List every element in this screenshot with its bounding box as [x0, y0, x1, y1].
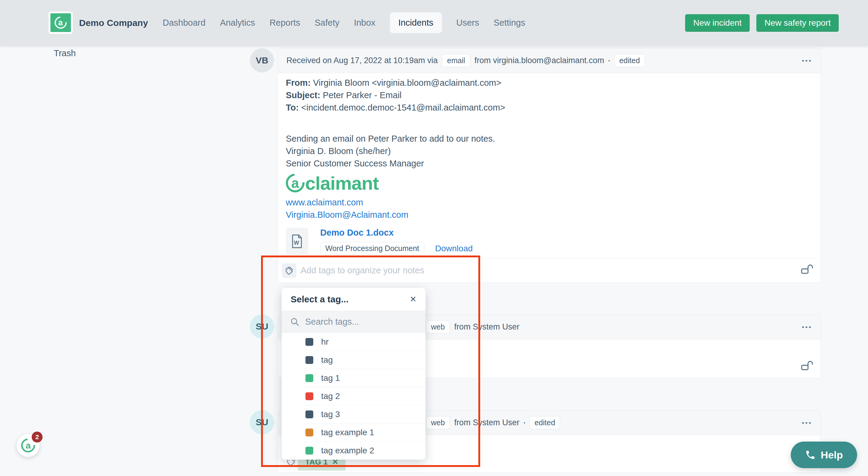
note-from-text: from virginia.bloom@aclaimant.com: [474, 56, 604, 65]
unlock-icon[interactable]: [801, 360, 813, 373]
note-tags-footer: [278, 258, 820, 283]
tag-color-swatch: [305, 374, 313, 382]
email-subject-value: Peter Parker - Email: [322, 90, 401, 100]
note-menu-icon[interactable]: •••: [802, 324, 812, 331]
attachment-download-link[interactable]: Download: [435, 244, 473, 254]
tag-option-tag[interactable]: tag: [282, 351, 426, 369]
attachment-type-badge: Word Processing Document: [320, 242, 424, 255]
attachment-name-link[interactable]: Demo Doc 1.docx: [320, 228, 473, 238]
tag-option-label: tag example 2: [321, 446, 374, 455]
note-received-text: Received on Aug 17, 2022 at 10:19am via: [286, 56, 438, 65]
tag-color-swatch: [305, 356, 313, 364]
signature-logo: a claimant: [286, 170, 809, 196]
notification-count-badge: 2: [32, 432, 42, 443]
avatar-su: SU: [250, 315, 274, 338]
tag-option-tag-example-1[interactable]: tag example 1: [282, 423, 426, 442]
close-icon[interactable]: ✕: [409, 295, 416, 304]
tag-icon: [282, 263, 297, 278]
avatar-vb: VB: [250, 48, 274, 72]
email-to-value: <incident.democ.democ-1541@mail.aclaiman…: [301, 103, 505, 112]
email-body-line: Sending an email on Peter Parker to add …: [286, 132, 809, 145]
nav-menu: Dashboard Analytics Reports Safety Inbox…: [163, 0, 525, 46]
email-subject-line: Subject: Peter Parker - Email: [286, 89, 809, 101]
help-button-label: Help: [820, 449, 843, 461]
tag-option-tag-example-2[interactable]: tag example 2: [282, 442, 426, 460]
nav-item-users[interactable]: Users: [456, 18, 479, 28]
tag-color-swatch: [305, 338, 313, 346]
tag-color-swatch: [305, 428, 313, 437]
note-header: Received on Aug 17, 2022 at 10:19am via …: [278, 48, 820, 73]
aclaimant-logo-icon: a: [51, 13, 71, 32]
new-incident-button[interactable]: New incident: [685, 14, 750, 32]
nav-item-safety[interactable]: Safety: [314, 18, 339, 28]
email-body-line: Virginia D. Bloom (she/her): [286, 145, 809, 157]
nav-item-analytics[interactable]: Analytics: [220, 18, 255, 28]
email-body: From: Virginia Bloom <virginia.bloom@acl…: [278, 73, 820, 255]
app-logo[interactable]: a: [49, 11, 73, 34]
company-name[interactable]: Demo Company: [79, 0, 148, 46]
top-nav: a Demo Company Dashboard Analytics Repor…: [0, 0, 868, 46]
tag-option-label: tag example 1: [321, 428, 374, 437]
email-subject-label: Subject:: [286, 90, 320, 100]
tag-option-label: hr: [321, 337, 329, 347]
unlock-icon[interactable]: [801, 263, 813, 277]
dropdown-title: Select a tag...: [291, 294, 409, 304]
tag-select-dropdown: Select a tag... ✕ hr tag tag 1 tag 2: [282, 288, 426, 460]
help-button[interactable]: Help: [791, 442, 857, 468]
notification-bubble[interactable]: a 2: [17, 434, 39, 457]
tag-color-swatch: [305, 447, 313, 454]
note-card-email: Received on Aug 17, 2022 at 10:19am via …: [278, 48, 821, 283]
email-body-line: Senior Customer Success Manager: [286, 157, 809, 170]
note-menu-icon[interactable]: •••: [802, 419, 812, 426]
tag-option-label: tag 1: [321, 373, 340, 383]
attachment: W Demo Doc 1.docx Word Processing Docume…: [286, 228, 809, 255]
nav-item-settings[interactable]: Settings: [493, 18, 525, 28]
tag-option-tag-2[interactable]: tag 2: [282, 387, 426, 405]
search-icon: [290, 317, 300, 327]
email-to-line: To: <incident.democ.democ-1541@mail.acla…: [286, 101, 809, 114]
nav-item-incidents[interactable]: Incidents: [390, 12, 442, 33]
edited-badge: edited: [614, 54, 645, 67]
email-from-line: From: Virginia Bloom <virginia.bloom@acl…: [286, 77, 809, 89]
email-to-label: To:: [286, 103, 299, 112]
avatar-su: SU: [250, 410, 274, 434]
tag-search-input[interactable]: [305, 317, 408, 327]
tag-option-hr[interactable]: hr: [282, 333, 426, 351]
email-from-value: Virginia Bloom <virginia.bloom@aclaimant…: [313, 78, 501, 88]
edited-badge: edited: [529, 416, 560, 429]
dropdown-header: Select a tag... ✕: [282, 288, 426, 311]
nav-item-reports[interactable]: Reports: [270, 18, 300, 28]
tag-search-row: [282, 311, 426, 333]
signature-email-link[interactable]: Virginia.Bloom@Aclaimant.com: [286, 209, 809, 221]
channel-badge: web: [426, 321, 450, 333]
tag-option-label: tag: [321, 355, 333, 365]
add-tags-input[interactable]: [301, 266, 488, 275]
note-from-text: from System User: [454, 418, 519, 427]
nav-item-dashboard[interactable]: Dashboard: [163, 18, 206, 28]
doc-file-icon: W: [286, 228, 308, 255]
tag-option-tag-1[interactable]: tag 1: [282, 369, 426, 387]
note-menu-icon[interactable]: •••: [802, 57, 812, 64]
tag-option-tag-3[interactable]: tag 3: [282, 405, 426, 423]
dot-separator: •: [609, 58, 610, 63]
phone-icon: [805, 449, 816, 460]
nav-item-inbox[interactable]: Inbox: [354, 18, 375, 28]
tag-option-label: tag 3: [321, 410, 340, 419]
tag-color-swatch: [305, 411, 313, 418]
channel-badge: web: [426, 416, 450, 429]
signature-website-link[interactable]: www.aclaimant.com: [286, 196, 809, 209]
app-screen: a Demo Company Dashboard Analytics Repor…: [0, 0, 868, 476]
dot-separator: •: [524, 420, 525, 425]
sidebar-item-trash[interactable]: Trash: [54, 48, 76, 58]
tag-option-label: tag 2: [321, 391, 340, 401]
channel-badge: email: [442, 54, 470, 67]
svg-text:W: W: [294, 239, 300, 246]
note-from-text: from System User: [454, 322, 519, 332]
tag-color-swatch: [305, 392, 313, 400]
new-safety-report-button[interactable]: New safety report: [756, 14, 839, 32]
email-from-label: From:: [286, 78, 311, 88]
